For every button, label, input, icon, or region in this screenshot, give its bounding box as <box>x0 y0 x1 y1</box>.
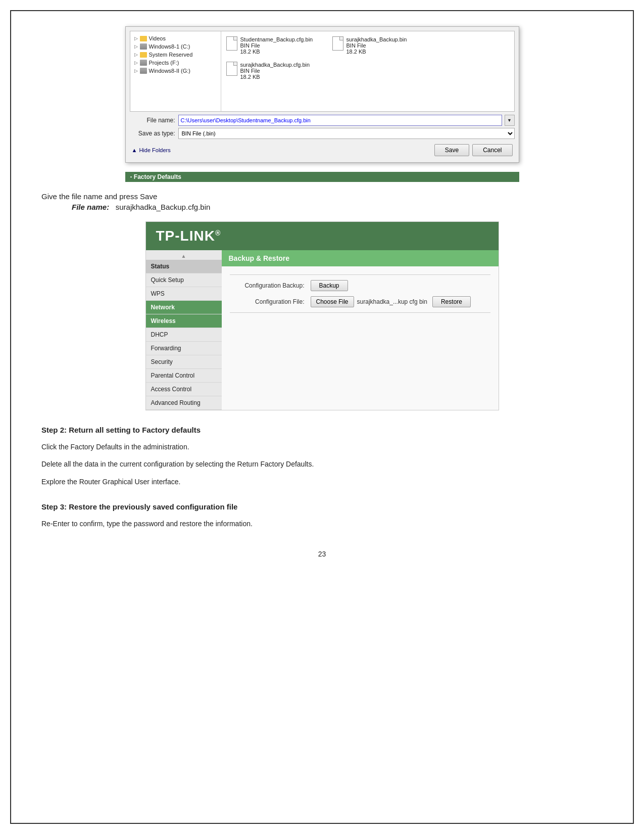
choose-file-button[interactable]: Choose File <box>311 296 354 307</box>
instruction-line1: Give the file name and press Save <box>41 192 603 201</box>
separator-bottom <box>230 312 490 313</box>
file-name-info: Studentname_Backup.cfg.bin BIN File 18.2… <box>240 36 313 55</box>
tree-item-videos[interactable]: ▷ Videos <box>132 34 219 42</box>
file-item-2[interactable]: surajkhadka_Backup.bin BIN File 18.2 KB <box>332 36 423 55</box>
tree-item-sysreserved[interactable]: ▷ System Reserved <box>132 51 219 59</box>
page-border: ▷ Videos ▷ Windows8-1 (C:) ▷ System Rese… <box>10 10 634 824</box>
file-name-info: surajkhadka_Backup.cfg.bin BIN File 18.2… <box>240 62 310 80</box>
file-dialog-body: ▷ Videos ▷ Windows8-1 (C:) ▷ System Rese… <box>126 27 519 162</box>
sidebar-item-network[interactable]: Network <box>146 301 222 314</box>
file-item-1[interactable]: Studentname_Backup.cfg.bin BIN File 18.2… <box>226 36 317 55</box>
tree-item-c[interactable]: ▷ Windows8-1 (C:) <box>132 42 219 51</box>
tree-item-f[interactable]: ▷ Projects (F:) <box>132 59 219 67</box>
drive-icon <box>140 68 147 74</box>
file-list: Studentname_Backup.cfg.bin BIN File 18.2… <box>221 31 514 111</box>
tree-arrow: ▷ <box>134 60 138 65</box>
step2-para1: Click the Factory Defaults in the admini… <box>41 441 603 452</box>
file-item-size: 18.2 KB <box>240 74 310 80</box>
save-type-field-label: Save as type: <box>130 130 175 137</box>
instruction-block: Give the file name and press Save File n… <box>41 192 603 211</box>
sidebar-item-access[interactable]: Access Control <box>146 383 222 396</box>
sidebar-item-wps[interactable]: WPS <box>146 287 222 301</box>
step2-title: Step 2: Return all setting to Factory de… <box>41 426 603 434</box>
sidebar-item-forwarding[interactable]: Forwarding <box>146 342 222 355</box>
folder-icon <box>140 52 147 58</box>
file-item-name: surajkhadka_Backup.cfg.bin <box>240 62 310 68</box>
file-item-type: BIN File <box>240 68 310 74</box>
sidebar-item-wireless[interactable]: Wireless <box>146 314 222 328</box>
file-dialog-footer: ▲ Hide Folders Save Cancel <box>130 142 515 158</box>
file-item-type: BIN File <box>346 42 407 49</box>
sidebar-item-status[interactable]: Status <box>146 260 222 273</box>
chosen-file-text: surajkhadka_...kup cfg bin <box>357 298 427 305</box>
file-item-name: surajkhadka_Backup.bin <box>346 36 407 42</box>
tree-arrow: ▷ <box>134 52 138 57</box>
file-item-type: BIN File <box>240 42 313 49</box>
sidebar-item-security[interactable]: Security <box>146 355 222 369</box>
backup-button[interactable]: Backup <box>311 280 348 291</box>
sidebar-item-parental[interactable]: Parental Control <box>146 369 222 383</box>
config-backup-label: Configuration Backup: <box>230 282 311 289</box>
tplink-header: TP-LINK® <box>146 222 499 250</box>
step3-title: Step 3: Restore the previously saved con… <box>41 502 603 511</box>
file-name-label: File name: <box>72 203 109 211</box>
restore-button[interactable]: Restore <box>432 296 471 307</box>
hide-folders-button[interactable]: ▲ Hide Folders <box>132 147 171 153</box>
tplink-logo-text: TP-LINK <box>156 228 215 244</box>
step3-section: Step 3: Restore the previously saved con… <box>41 502 603 529</box>
file-item-size: 18.2 KB <box>346 49 407 55</box>
file-name-dropdown-arrow[interactable]: ▼ <box>505 115 515 126</box>
step2-para3: Explore the Router Graphical User interf… <box>41 476 603 487</box>
tree-arrow: ▷ <box>134 36 138 41</box>
tplink-panel: TP-LINK® ▲ Status Quick Setup WPS Networ… <box>145 221 499 410</box>
save-type-select[interactable]: BIN File (.bin) <box>178 128 515 139</box>
sidebar-item-quicksetup[interactable]: Quick Setup <box>146 273 222 287</box>
step2-section: Step 2: Return all setting to Factory de… <box>41 426 603 487</box>
bin-file-icon <box>226 36 237 51</box>
config-backup-row: Configuration Backup: Backup <box>230 280 490 291</box>
file-item-3[interactable]: surajkhadka_Backup.cfg.bin BIN File 18.2… <box>226 62 317 80</box>
registered-symbol: ® <box>215 229 221 237</box>
file-name-input[interactable] <box>178 115 502 126</box>
config-file-row: Configuration File: Choose File surajkha… <box>230 296 490 307</box>
tree-arrow: ▷ <box>134 44 138 49</box>
file-name-info: surajkhadka_Backup.bin BIN File 18.2 KB <box>346 36 407 55</box>
tplink-body: ▲ Status Quick Setup WPS Network Wireles… <box>146 250 499 410</box>
tree-item-label: Projects (F:) <box>149 60 179 66</box>
tree-item-label: Videos <box>149 35 166 41</box>
file-tree: ▷ Videos ▷ Windows8-1 (C:) ▷ System Rese… <box>130 31 221 111</box>
step2-para2: Delete all the data in the current confi… <box>41 458 603 470</box>
dialog-buttons: Save Cancel <box>434 144 513 156</box>
save-type-row: Save as type: BIN File (.bin) <box>130 128 515 139</box>
file-name-field-label: File name: <box>130 117 175 124</box>
tplink-content: Backup & Restore Configuration Backup: B… <box>222 250 499 410</box>
content-body: Configuration Backup: Backup Configurati… <box>222 274 499 326</box>
file-dialog-main: ▷ Videos ▷ Windows8-1 (C:) ▷ System Rese… <box>130 31 515 112</box>
step3-para1: Re-Enter to confirm, type the password a… <box>41 518 603 529</box>
hide-folders-label: Hide Folders <box>139 147 170 153</box>
tplink-logo: TP-LINK® <box>156 228 488 244</box>
file-name-row: File name: ▼ <box>130 115 515 126</box>
factory-defaults-bar: - Factory Defaults <box>125 172 519 182</box>
tree-item-label: Windows8-1 (C:) <box>149 43 190 50</box>
file-name-line: File name: surajkhadka_Backup.cfg.bin <box>72 203 603 211</box>
tree-item-label: Windows8-II (G:) <box>149 68 191 74</box>
sidebar-item-dhcp[interactable]: DHCP <box>146 328 222 342</box>
file-item-name: Studentname_Backup.cfg.bin <box>240 36 313 42</box>
factory-defaults-label: - Factory Defaults <box>130 173 181 180</box>
folder-icon <box>140 36 147 41</box>
page-number: 23 <box>31 550 613 558</box>
drive-icon <box>140 43 147 50</box>
save-button[interactable]: Save <box>434 144 469 156</box>
tplink-sidebar: ▲ Status Quick Setup WPS Network Wireles… <box>146 250 222 410</box>
tree-item-g[interactable]: ▷ Windows8-II (G:) <box>132 67 219 75</box>
hide-folders-icon: ▲ <box>132 147 137 153</box>
bin-file-icon <box>226 62 237 76</box>
file-dialog-fields: File name: ▼ Save as type: BIN File (.bi… <box>130 115 515 139</box>
file-save-dialog: ▷ Videos ▷ Windows8-1 (C:) ▷ System Rese… <box>125 26 519 163</box>
cancel-button[interactable]: Cancel <box>472 144 512 156</box>
separator-top <box>230 274 490 275</box>
tree-item-label: System Reserved <box>149 52 193 58</box>
sidebar-item-advanced[interactable]: Advanced Routing <box>146 396 222 410</box>
drive-icon <box>140 60 147 66</box>
